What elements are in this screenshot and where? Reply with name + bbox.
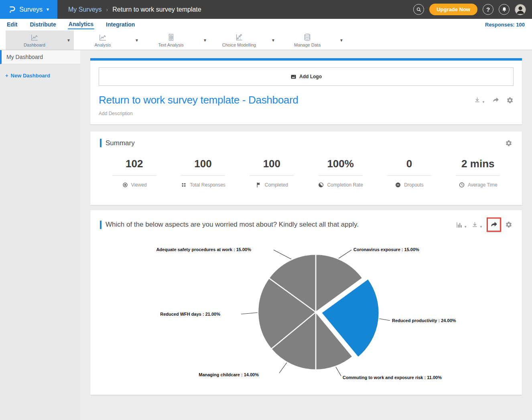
database-icon [303, 33, 312, 42]
questionpro-logo-icon [8, 5, 16, 14]
pie-label-coronavirus-exposure: Coronavirus exposure : 15.00% [353, 247, 419, 252]
notifications-button[interactable] [499, 4, 510, 15]
chevron-down-icon: ▼ [46, 7, 50, 12]
summary-card: Summary 102 Viewed 100 Total Responses 1… [90, 132, 522, 205]
app-header: Surveys ▼ My Surveys › Return to work su… [0, 0, 532, 19]
text-analysis-menu-caret[interactable]: ▼ [200, 30, 210, 50]
image-icon [290, 74, 296, 80]
search-icon [416, 6, 422, 13]
section-accent-bar [100, 139, 102, 147]
stat-average-time: 2 mins Average Time [444, 158, 512, 188]
caret-down-icon: ▼ [464, 225, 467, 229]
avatar[interactable] [515, 4, 526, 15]
add-logo-button[interactable]: Add Logo [99, 67, 514, 86]
plus-icon: + [5, 73, 8, 79]
eye-icon [122, 182, 128, 188]
dashboard-menu-caret[interactable]: ▼ [63, 30, 74, 50]
summary-stats: 102 Viewed 100 Total Responses 100 Compl… [100, 158, 512, 188]
caret-down-icon: ▼ [479, 225, 483, 229]
stat-completed: 100 Completed [238, 158, 306, 188]
bar-chart-icon [455, 221, 463, 229]
question-settings-button[interactable] [505, 221, 512, 228]
line-chart-icon [30, 33, 39, 42]
survey-tabs: Edit Distribute Analytics Integration Re… [0, 19, 532, 30]
toolbar-dashboard[interactable]: Dashboard ▼ [6, 30, 74, 50]
caret-down-icon: ▼ [482, 100, 485, 104]
breadcrumb-my-surveys[interactable]: My Surveys [68, 6, 102, 13]
section-accent-bar [100, 221, 102, 229]
breadcrumb-current: Return to work survey template [112, 6, 201, 13]
pie-chart: Adequate safety procedures at work : 15.… [100, 236, 512, 396]
pie-label-commuting-risk: Commuting to work and exposure risk : 11… [343, 375, 442, 380]
choice-modelling-menu-caret[interactable]: ▼ [268, 30, 278, 50]
summary-settings-button[interactable] [505, 140, 512, 147]
download-chart-button[interactable]: ▼ [471, 221, 483, 229]
responses-count: Responses: 100 [485, 22, 525, 28]
dashboard-sidebar: My Dashboard + New Dashboard [0, 50, 80, 420]
summary-title: Summary [106, 139, 135, 147]
share-arrow-icon [492, 96, 500, 104]
pie-label-reduced-wfh-days: Reduced WFH days : 21.00% [160, 312, 220, 317]
scatter-chart-icon [235, 33, 244, 42]
tab-edit[interactable]: Edit [6, 20, 18, 29]
question-mark-icon: ? [486, 6, 490, 13]
download-icon [471, 221, 479, 229]
stat-dropouts: 0 Dropouts [375, 158, 443, 188]
pie-label-managing-childcare: Managing childcare : 14.00% [199, 372, 259, 377]
question-card: Which of the below aspects are you worri… [90, 210, 522, 395]
main-content: Add Logo Return to work survey template … [80, 50, 532, 420]
stat-viewed: 102 Viewed [100, 158, 169, 188]
breadcrumb-separator-icon: › [106, 6, 108, 13]
dashboard-header-card: Add Logo Return to work survey template … [90, 58, 522, 124]
toolbar-choice-modelling[interactable]: Choice Modelling ▼ [210, 30, 278, 50]
gear-icon [506, 97, 514, 104]
gear-icon [505, 221, 512, 228]
download-dashboard-button[interactable]: ▼ [473, 96, 485, 104]
bell-icon [501, 6, 508, 13]
tab-distribute[interactable]: Distribute [29, 20, 57, 29]
stat-completion-rate: 100% Completion Rate [306, 158, 375, 188]
user-photo-icon [515, 4, 526, 15]
header-actions: Upgrade Now ? [413, 4, 532, 15]
tab-integration[interactable]: Integration [105, 20, 136, 29]
product-name: Surveys [19, 6, 43, 13]
clock-icon [459, 182, 465, 188]
pie-label-reduced-productivity: Reduced productivity : 24.00% [392, 318, 456, 323]
share-dashboard-button[interactable] [492, 96, 500, 104]
breadcrumb: My Surveys › Return to work survey templ… [68, 6, 201, 13]
search-button[interactable] [413, 4, 424, 15]
minus-circle-icon [395, 182, 401, 188]
pie-label-adequate-safety: Adequate safety procedures at work : 15.… [156, 247, 251, 252]
question-title: Which of the below aspects are you worri… [106, 221, 359, 229]
document-grid-icon [167, 33, 175, 42]
upgrade-now-button[interactable]: Upgrade Now [429, 4, 477, 15]
dashboard-settings-button[interactable] [506, 97, 514, 104]
analysis-menu-caret[interactable]: ▼ [132, 30, 142, 50]
stat-total-responses: 100 Total Responses [169, 158, 237, 188]
gear-icon [505, 140, 512, 147]
chart-type-button[interactable]: ▼ [455, 221, 467, 229]
toolbar-analysis[interactable]: Analysis ▼ [74, 30, 142, 50]
flag-icon [256, 182, 262, 188]
product-switcher[interactable]: Surveys ▼ [0, 0, 57, 19]
page-title: Return to work survey template - Dashboa… [99, 94, 298, 106]
analytics-toolbar: Dashboard ▼ Analysis ▼ Text Analysis ▼ C… [0, 30, 532, 50]
add-description-button[interactable]: Add Description [99, 111, 514, 116]
tab-analytics[interactable]: Analytics [68, 20, 94, 29]
sidebar-item-my-dashboard[interactable]: My Dashboard [0, 50, 80, 64]
toolbar-text-analysis[interactable]: Text Analysis ▼ [142, 30, 210, 50]
share-arrow-icon [490, 221, 498, 229]
manage-data-menu-caret[interactable]: ▼ [336, 30, 347, 50]
gauge-icon [318, 182, 324, 188]
dots-grid-icon [181, 182, 187, 188]
line-chart-icon [98, 33, 107, 42]
share-chart-button-highlighted[interactable] [487, 217, 501, 232]
toolbar-manage-data[interactable]: Manage Data ▼ [278, 30, 347, 50]
download-icon [473, 96, 481, 104]
help-button[interactable]: ? [483, 4, 493, 15]
new-dashboard-button[interactable]: + New Dashboard [5, 73, 80, 79]
